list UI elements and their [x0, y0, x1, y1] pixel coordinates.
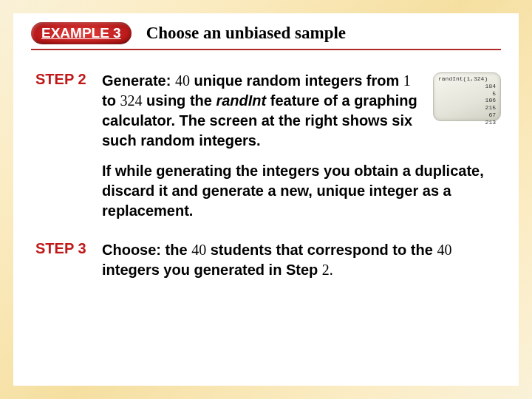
s3-ref: 2. [322, 262, 333, 278]
text-b: to [102, 92, 120, 109]
step-3-body: Choose: the 40 students that correspond … [102, 240, 501, 280]
step-3-row: STEP 3 Choose: the 40 students that corr… [31, 240, 501, 280]
step-2-row: STEP 2 randInt(1,324) 184 5 106 215 67 2… [31, 71, 501, 151]
text-a: unique random integers from [190, 72, 403, 89]
range-high: 324 [120, 92, 142, 109]
calc-value-3: 215 [438, 105, 496, 112]
calc-value-4: 67 [438, 112, 496, 119]
calculator-screen: randInt(1,324) 184 5 106 215 67 213 [433, 72, 501, 121]
s3-count2: 40 [437, 242, 451, 258]
calc-value-2: 106 [438, 98, 496, 104]
choose-word: Choose: [102, 242, 161, 258]
calc-value-0: 184 [438, 83, 496, 90]
s3-count: 40 [191, 242, 206, 258]
s3-text-b: students that correspond to the [206, 242, 437, 258]
count-40: 40 [175, 72, 190, 89]
step-2-label: STEP 2 [31, 71, 102, 151]
step-2-body: randInt(1,324) 184 5 106 215 67 213 Gene… [102, 71, 501, 151]
s3-text-a: the [161, 242, 191, 258]
calc-value-1: 5 [438, 91, 496, 98]
calc-value-5: 213 [438, 120, 496, 126]
text-c: using the [142, 92, 216, 109]
step-3-label: STEP 3 [31, 240, 102, 280]
func-name: randInt [216, 92, 266, 109]
calc-command: randInt(1,324) [438, 76, 496, 83]
slide-content: EXAMPLE 3 Choose an unbiased sample STEP… [13, 13, 519, 386]
slide-title: Choose an unbiased sample [146, 24, 346, 43]
generate-word: Generate: [102, 72, 171, 89]
step-2-note: If while generating the integers you obt… [102, 161, 501, 221]
s3-text-c: integers you generated in Step [102, 262, 322, 278]
header: EXAMPLE 3 Choose an unbiased sample [31, 22, 501, 50]
example-badge: EXAMPLE 3 [31, 22, 132, 44]
range-low: 1 [403, 72, 411, 89]
